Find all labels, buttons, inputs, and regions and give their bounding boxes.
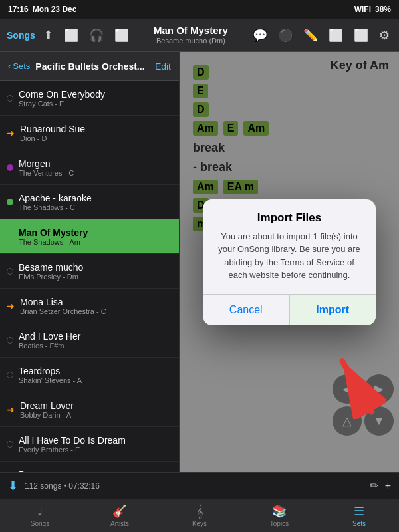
song-name: Morgen xyxy=(19,158,172,169)
list-item[interactable]: Donna Richie Valens - F xyxy=(0,462,179,472)
chat-icon[interactable]: 💬 xyxy=(250,25,270,45)
tab-artists[interactable]: 🎸 Artists xyxy=(80,501,160,530)
content-area: Key of Am D E D Am E Am break - break Am… xyxy=(180,52,399,472)
list-item[interactable]: Teardrops Shakin' Stevens - A xyxy=(0,358,179,392)
player-actions: ✏ + xyxy=(370,479,391,492)
sidebar: ‹ Sets Pacific Bullets Orchest... Edit C… xyxy=(0,52,180,472)
headphones-icon[interactable]: 🎧 xyxy=(86,25,106,45)
song-meta: The Shadows - Am xyxy=(19,238,172,246)
list-item[interactable]: ➜ Dream Lover Bobby Darin - A xyxy=(0,392,179,427)
song-meta: The Ventures - C xyxy=(19,169,172,177)
song-list: Come On Everybody Stray Cats - E ➜ Runar… xyxy=(0,81,179,472)
cancel-button[interactable]: Cancel xyxy=(203,295,290,325)
top-nav: Songs ⬆ ⬜ 🎧 ⬜ Man Of Mystery Besame much… xyxy=(0,19,399,52)
song-meta: Everly Brothers - E xyxy=(19,446,172,454)
tab-keys[interactable]: 𝄞 Keys xyxy=(160,502,239,530)
song-name: All I Have To Do Is Dream xyxy=(19,435,172,446)
settings-icon[interactable]: ⚙ xyxy=(376,25,392,45)
song-meta: Shakin' Stevens - A xyxy=(19,376,172,384)
import-dialog: Import Files You are about to import 1 f… xyxy=(203,200,376,325)
list-item[interactable]: And I Love Her Beatles - F#m xyxy=(0,323,179,358)
tab-sets[interactable]: ☰ Sets xyxy=(319,501,399,530)
song-meta: Bobby Darin - A xyxy=(20,411,172,419)
song-meta: Elvis Presley - Dm xyxy=(19,273,172,281)
red-arrow-indicator xyxy=(299,332,386,419)
dot-icon[interactable]: ⚫ xyxy=(275,25,295,45)
status-bar: 17:16 Mon 23 Dec WiFi 38% xyxy=(0,0,399,19)
song-arrow-icon: ➜ xyxy=(7,128,15,138)
song-name: Apache - karaoke xyxy=(19,193,172,203)
list-item[interactable]: Morgen The Ventures - C xyxy=(0,150,179,185)
topics-tab-label: Topics xyxy=(270,520,289,527)
player-edit-icon[interactable]: ✏ xyxy=(370,479,378,492)
svg-line-1 xyxy=(342,361,371,412)
song-meta: Beatles - F#m xyxy=(19,342,172,350)
nav-right-icons: 💬 ⚫ ✏️ ⬜ ⬜ ⚙ xyxy=(250,25,392,45)
nav-center: Man Of Mystery Besame mucho (Dm) xyxy=(137,25,245,45)
song-name: Come On Everybody xyxy=(19,89,172,100)
edit-button[interactable]: Edit xyxy=(155,61,171,72)
back-button[interactable]: ‹ Sets xyxy=(8,61,30,71)
songs-tab-label: Songs xyxy=(31,520,49,527)
artists-tab-icon: 🎸 xyxy=(112,504,127,519)
window-icon[interactable]: ⬜ xyxy=(326,25,346,45)
list-item[interactable]: All I Have To Do Is Dream Everly Brother… xyxy=(0,427,179,462)
tab-topics[interactable]: 📚 Topics xyxy=(239,501,319,530)
song-meta: The Shadows - C xyxy=(19,203,172,211)
songs-nav-button[interactable]: Songs xyxy=(7,30,35,41)
song-name: Man Of Mystery xyxy=(19,227,172,238)
song-status-dot xyxy=(7,268,13,275)
sidebar-header: ‹ Sets Pacific Bullets Orchest... Edit xyxy=(0,52,179,81)
status-left: 17:16 Mon 23 Dec xyxy=(8,5,76,14)
tab-songs[interactable]: ♩ Songs xyxy=(0,501,80,530)
pencil-icon[interactable]: ✏️ xyxy=(301,25,321,45)
status-right: WiFi 38% xyxy=(354,5,391,14)
song-status-dot xyxy=(7,233,13,240)
keys-tab-icon: 𝄞 xyxy=(196,505,203,519)
song-status-dot xyxy=(7,372,13,378)
wifi-icon: WiFi xyxy=(354,5,371,14)
songs-tab-icon: ♩ xyxy=(37,504,43,519)
song-name: Runaround Sue xyxy=(20,124,172,134)
upload-icon[interactable]: ⬆ xyxy=(41,25,56,45)
song-name: Mona Lisa xyxy=(20,297,172,307)
battery-icon: 38% xyxy=(375,5,391,14)
song-status-dot xyxy=(7,95,13,102)
player-add-icon[interactable]: + xyxy=(385,480,391,492)
song-status-dot xyxy=(7,441,13,448)
dialog-message: You are about to import 1 file(s) into y… xyxy=(203,230,376,294)
keys-tab-label: Keys xyxy=(192,520,207,527)
list-item[interactable]: Come On Everybody Stray Cats - E xyxy=(0,81,179,116)
tab-bar: ♩ Songs 🎸 Artists 𝄞 Keys 📚 Topics ☰ Sets xyxy=(0,499,399,532)
song-status-dot xyxy=(7,199,13,205)
topics-tab-icon: 📚 xyxy=(272,504,287,519)
song-arrow-icon: ➜ xyxy=(7,301,15,311)
song-title: Man Of Mystery xyxy=(137,25,245,37)
song-status-dot xyxy=(7,164,13,171)
list-item-active[interactable]: Man Of Mystery The Shadows - Am xyxy=(0,219,179,254)
list-item[interactable]: ➜ Runaround Sue Dion - D xyxy=(0,116,179,150)
song-name: Besame mucho xyxy=(19,262,172,273)
set-title: Pacific Bullets Orchest... xyxy=(35,61,150,72)
song-arrow-icon: ➜ xyxy=(7,404,15,415)
player-info: 112 songs • 07:32:16 xyxy=(25,481,363,491)
song-subtitle: Besame mucho (Dm) xyxy=(137,37,245,45)
share-icon[interactable]: ⬜ xyxy=(112,25,132,45)
grid-icon[interactable]: ⬜ xyxy=(351,25,371,45)
sets-tab-icon: ☰ xyxy=(354,504,364,519)
player-download-icon: ⬇ xyxy=(8,479,18,493)
dialog-overlay: Import Files You are about to import 1 f… xyxy=(180,52,399,472)
song-meta: Stray Cats - E xyxy=(19,100,172,108)
sets-tab-label: Sets xyxy=(352,520,366,527)
song-name: Dream Lover xyxy=(20,400,172,411)
song-name: Teardrops xyxy=(19,366,172,376)
list-item[interactable]: ➜ Mona Lisa Brian Setzer Orchestra - C xyxy=(0,289,179,323)
dialog-buttons: Cancel Import xyxy=(203,295,376,325)
song-meta: Dion - D xyxy=(20,134,172,142)
import-button[interactable]: Import xyxy=(290,295,376,325)
list-item[interactable]: Apache - karaoke The Shadows - C xyxy=(0,185,179,219)
song-name: Donna xyxy=(19,469,172,473)
list-item[interactable]: Besame mucho Elvis Presley - Dm xyxy=(0,254,179,289)
screen-icon[interactable]: ⬜ xyxy=(61,25,81,45)
status-date: Mon 23 Dec xyxy=(33,5,77,14)
